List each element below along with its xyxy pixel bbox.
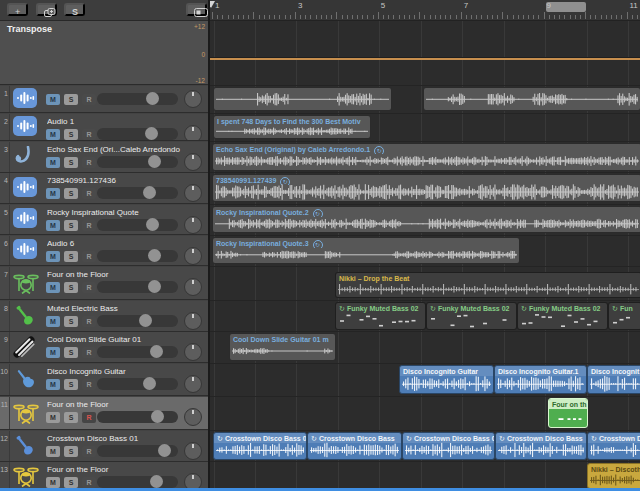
- volume-fader-thumb[interactable]: [158, 444, 171, 457]
- pan-knob[interactable]: [184, 343, 202, 361]
- volume-fader[interactable]: [97, 378, 178, 390]
- solo-button[interactable]: S: [64, 94, 78, 105]
- solo-button[interactable]: S: [64, 316, 78, 327]
- track-row[interactable]: 1 MSR: [0, 86, 208, 114]
- solo-button[interactable]: S: [64, 347, 78, 358]
- volume-fader-thumb[interactable]: [143, 377, 156, 390]
- pan-knob[interactable]: [184, 247, 202, 265]
- volume-fader-thumb[interactable]: [150, 475, 163, 488]
- track-row[interactable]: 9 Cool Down Slide Guitar 01MSR: [0, 332, 208, 363]
- region[interactable]: ↻Crosstown Disco Bass 0: [213, 432, 307, 460]
- region[interactable]: ↻Funky Muted Bass 02: [517, 302, 608, 330]
- record-arm-button[interactable]: R: [82, 220, 96, 231]
- add-track-button[interactable]: +: [7, 3, 28, 16]
- record-arm-button[interactable]: R: [82, 129, 96, 140]
- mute-button[interactable]: M: [46, 251, 60, 262]
- track-name[interactable]: Audio 6: [47, 239, 205, 248]
- bar-ruler[interactable]: 1357911: [210, 0, 640, 21]
- region[interactable]: Nikki – Drop the Beat: [335, 272, 640, 299]
- record-arm-button[interactable]: R: [82, 316, 96, 327]
- volume-fader[interactable]: [97, 476, 178, 488]
- region[interactable]: Four on th: [548, 398, 588, 429]
- track-row[interactable]: 5 Rocky Inspirational QuoteMSR: [0, 205, 208, 236]
- pan-knob[interactable]: [184, 278, 202, 296]
- region[interactable]: Rocky Inspirational Quote.2↻: [212, 206, 640, 234]
- pan-knob[interactable]: [184, 153, 202, 171]
- playhead-marker[interactable]: [210, 1, 215, 8]
- mute-button[interactable]: M: [46, 94, 60, 105]
- record-arm-button[interactable]: R: [82, 412, 96, 423]
- volume-fader[interactable]: [97, 346, 178, 358]
- record-arm-button[interactable]: R: [82, 379, 96, 390]
- track-name[interactable]: Muted Electric Bass: [47, 304, 205, 313]
- pan-knob[interactable]: [184, 312, 202, 330]
- track-name[interactable]: Echo Sax End (Ori...Caleb Arredondo: [47, 145, 205, 154]
- volume-fader[interactable]: [97, 156, 178, 168]
- solo-button[interactable]: S: [64, 282, 78, 293]
- region[interactable]: ↻Fun: [608, 302, 640, 330]
- volume-fader[interactable]: [97, 250, 178, 262]
- volume-fader-thumb[interactable]: [150, 345, 163, 358]
- region[interactable]: ↻Crosstown Disco Bass 0: [402, 432, 495, 460]
- volume-fader[interactable]: [97, 219, 178, 231]
- mute-button[interactable]: M: [46, 412, 60, 423]
- region[interactable]: ↻Crosstown Disco Bass: [495, 432, 587, 460]
- track-row[interactable]: 12 Crosstown Disco Bass 01MSR: [0, 431, 208, 462]
- track-row[interactable]: 6 Audio 6MSR: [0, 236, 208, 267]
- mute-button[interactable]: M: [46, 446, 60, 457]
- volume-fader[interactable]: [97, 281, 178, 293]
- solo-button[interactable]: S: [64, 477, 78, 488]
- solo-button[interactable]: S: [64, 379, 78, 390]
- region[interactable]: Echo Sax End (Original) by Caleb Arredon…: [212, 143, 640, 171]
- volume-fader[interactable]: [97, 445, 178, 457]
- volume-fader-thumb[interactable]: [148, 155, 161, 168]
- record-arm-button[interactable]: R: [82, 347, 96, 358]
- volume-fader[interactable]: [97, 315, 178, 327]
- solo-button[interactable]: S: [64, 251, 78, 262]
- track-row[interactable]: 7 Four on the FloorMSR: [0, 267, 208, 301]
- mute-button[interactable]: M: [46, 188, 60, 199]
- mute-button[interactable]: M: [46, 157, 60, 168]
- duplicate-track-button[interactable]: [36, 3, 57, 16]
- region[interactable]: [213, 87, 392, 112]
- volume-fader[interactable]: [97, 93, 178, 105]
- volume-fader-thumb[interactable]: [148, 280, 161, 293]
- track-header-config-button[interactable]: [186, 3, 207, 16]
- solo-button[interactable]: S: [64, 157, 78, 168]
- record-arm-button[interactable]: R: [82, 188, 96, 199]
- pan-knob[interactable]: [184, 216, 202, 234]
- record-arm-button[interactable]: R: [82, 251, 96, 262]
- track-row[interactable]: 2 Audio 1MSR: [0, 114, 208, 142]
- track-name[interactable]: Audio 1: [47, 117, 205, 126]
- pan-knob[interactable]: [184, 125, 202, 142]
- record-arm-button[interactable]: R: [82, 157, 96, 168]
- track-name[interactable]: Rocky Inspirational Quote: [47, 208, 205, 217]
- region[interactable]: Disco Incognit: [587, 365, 640, 395]
- transpose-automation-line[interactable]: [210, 57, 640, 60]
- ruler-selected-bar[interactable]: [546, 2, 586, 12]
- region[interactable]: Nikki – Discoth: [587, 463, 640, 489]
- region[interactable]: ↻Crosstown D: [587, 432, 640, 460]
- solo-button[interactable]: S: [64, 446, 78, 457]
- solo-button[interactable]: S: [64, 412, 78, 423]
- panel-divider[interactable]: [208, 0, 210, 491]
- track-name[interactable]: Four on the Floor: [47, 270, 205, 279]
- track-row[interactable]: 10 Disco Incognito GuitarMSR: [0, 364, 208, 397]
- volume-fader-thumb[interactable]: [143, 186, 156, 199]
- solo-mode-button[interactable]: S: [64, 3, 85, 16]
- record-arm-button[interactable]: R: [82, 94, 96, 105]
- region[interactable]: I spent 748 Days to Find the 300 Best Mo…: [213, 115, 371, 140]
- volume-fader-thumb[interactable]: [139, 314, 152, 327]
- track-row[interactable]: 3Echo Sax End (Ori...Caleb ArredondoMSR: [0, 142, 208, 173]
- pan-knob[interactable]: [184, 408, 202, 426]
- solo-button[interactable]: S: [64, 220, 78, 231]
- volume-fader-thumb[interactable]: [145, 127, 158, 140]
- region[interactable]: ↻Crosstown Disco Bass: [307, 432, 402, 460]
- volume-fader-thumb[interactable]: [146, 92, 159, 105]
- mute-button[interactable]: M: [46, 129, 60, 140]
- pan-knob[interactable]: [184, 184, 202, 202]
- pan-knob[interactable]: [184, 375, 202, 393]
- mute-button[interactable]: M: [46, 347, 60, 358]
- track-name[interactable]: 738540991.127436: [47, 176, 205, 185]
- mute-button[interactable]: M: [46, 379, 60, 390]
